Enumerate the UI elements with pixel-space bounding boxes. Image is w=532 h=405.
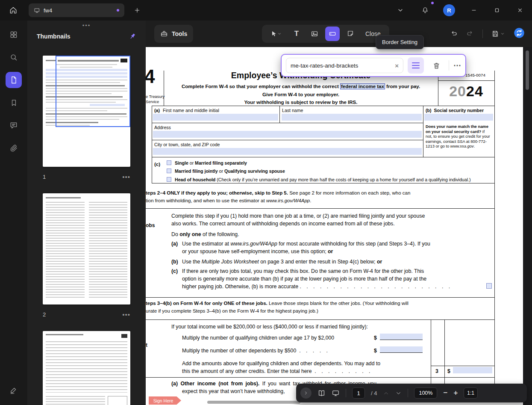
sidebar-item-apps[interactable]	[6, 27, 22, 43]
undo-button[interactable]	[450, 30, 458, 38]
signature-icon	[9, 386, 18, 394]
maximize-button[interactable]	[489, 3, 505, 18]
read-mode-button[interactable]	[317, 389, 326, 397]
zoom-out-button[interactable]: −	[443, 389, 447, 397]
city-field[interactable]	[153, 148, 422, 155]
ssa-note: Does your name match the name on your so…	[426, 124, 492, 149]
border-setting-button[interactable]	[408, 57, 424, 74]
filing-status-option: Single or Married filing separately	[167, 160, 247, 166]
thumb-text-column	[46, 202, 85, 299]
sidebar-item-bookmarks[interactable]	[6, 95, 22, 111]
step3-row-number: 3	[435, 367, 438, 375]
close-window-button[interactable]	[512, 3, 528, 18]
expand-toolbar-button[interactable]	[300, 387, 312, 399]
delete-button[interactable]	[428, 57, 444, 74]
married-jointly-checkbox[interactable]	[167, 169, 171, 173]
text-tool-button[interactable]: T	[289, 27, 304, 41]
filing-status-option: Married filing jointly or Qualifying sur…	[167, 168, 285, 174]
sticker-tool-button[interactable]	[343, 27, 358, 41]
clear-input-button[interactable]: ×	[395, 62, 399, 69]
address-field[interactable]	[153, 131, 422, 138]
actual-size-button[interactable]: 1:1	[464, 387, 478, 399]
zoom-level[interactable]: 100%	[414, 387, 437, 399]
presentation-mode-button[interactable]	[332, 389, 340, 397]
link-text-input[interactable]	[291, 62, 392, 69]
chevron-down-icon	[277, 32, 282, 36]
page-number-input[interactable]: 1	[352, 387, 365, 399]
step2c-marker: (c)	[171, 267, 178, 275]
step3-other-dependents-field[interactable]	[380, 346, 423, 353]
ssn-field[interactable]	[424, 114, 493, 121]
form-line	[494, 71, 495, 398]
form-line	[164, 71, 164, 106]
pages-icon	[9, 76, 18, 84]
sign-here-tag[interactable]: Sign Here	[149, 396, 181, 405]
new-tab-button[interactable]	[129, 3, 145, 18]
redo-button[interactable]	[466, 30, 474, 38]
next-page-button[interactable]	[395, 390, 402, 396]
page-menu-dots[interactable]: •••	[122, 311, 130, 318]
form-line	[152, 157, 494, 157]
sidebar-item-search[interactable]	[6, 49, 22, 65]
save-button[interactable]	[491, 30, 505, 38]
highlighted-text[interactable]: federal income tax	[340, 83, 385, 89]
vertical-scrollbar-thumb[interactable]	[526, 50, 529, 90]
pin-panel-button[interactable]	[129, 33, 136, 40]
page-number-label: 1	[43, 174, 122, 180]
home-button[interactable]	[6, 3, 21, 18]
single-checkbox[interactable]	[167, 160, 171, 165]
page-menu-dots[interactable]: •••	[122, 173, 130, 180]
vertical-scrollbar[interactable]	[523, 47, 532, 405]
sticker-icon	[347, 30, 354, 38]
chevron-down-icon	[397, 7, 404, 14]
form-line	[152, 183, 494, 183]
sidebar-item-signature[interactable]	[6, 382, 22, 398]
bottom-toolbar: 1 / 4 100% − + 1:1	[296, 384, 527, 402]
cloud-sync-button[interactable]	[513, 27, 525, 41]
step3-total-field[interactable]	[453, 367, 492, 373]
user-avatar[interactable]: R	[443, 4, 455, 16]
image-tool-button[interactable]	[307, 27, 322, 41]
sidebar-item-comments[interactable]	[6, 117, 22, 133]
first-name-field[interactable]	[153, 114, 278, 121]
step2-paragraph: also works. The correct amount of withho…	[171, 220, 494, 228]
thumbnail-page-3[interactable]	[43, 331, 130, 405]
form-field-tool-button[interactable]	[325, 27, 340, 41]
minimize-icon	[470, 7, 477, 14]
step2-paragraph: Complete this step if you (1) hold more …	[171, 212, 494, 220]
document-page: 4 e Treasury Service Employee’s Withhold…	[146, 47, 523, 405]
head-of-household-checkbox[interactable]	[167, 177, 171, 182]
sidebar-item-thumbnails[interactable]	[6, 72, 22, 88]
document-tab[interactable]: fw4	[29, 3, 124, 17]
notification-dot	[431, 2, 434, 4]
link-float-toolbar: × ⋯	[281, 54, 466, 77]
minimize-button[interactable]	[466, 3, 482, 18]
sync-icon	[513, 27, 525, 39]
tools-button[interactable]: Tools	[154, 25, 193, 43]
plus-icon	[134, 7, 141, 14]
previous-page-button[interactable]	[383, 390, 389, 396]
thumbnail-page-2[interactable]	[43, 193, 130, 304]
bell-icon	[421, 6, 429, 14]
book-icon	[317, 389, 326, 397]
panel-menu-dots[interactable]: •••	[27, 22, 146, 28]
undo-icon	[450, 30, 458, 38]
thumbnail-viewport-indicator[interactable]	[56, 56, 130, 127]
form-line	[152, 106, 494, 106]
last-name-field[interactable]	[282, 114, 422, 121]
zoom-in-button[interactable]: +	[453, 389, 458, 397]
dollar-sign: $	[374, 334, 377, 342]
dollar-sign: $	[374, 347, 377, 355]
step3-children-amount-field[interactable]	[380, 334, 423, 340]
step2c-checkbox[interactable]	[486, 283, 492, 289]
more-options-button[interactable]: ⋯	[453, 61, 461, 70]
collapse-chevron-button[interactable]	[393, 3, 408, 18]
select-tool-button[interactable]	[266, 27, 286, 41]
apps-grid-icon	[9, 30, 18, 39]
chevron-down-icon	[500, 32, 505, 36]
step2a-text: Use the estimator at www.irs.gov/W4App f…	[182, 240, 494, 248]
sidebar-item-attachments[interactable]	[6, 140, 22, 156]
horizontal-scrollbar-thumb[interactable]	[207, 401, 300, 404]
thumbnail-page-1[interactable]	[43, 56, 130, 167]
notifications-button[interactable]	[417, 3, 433, 18]
